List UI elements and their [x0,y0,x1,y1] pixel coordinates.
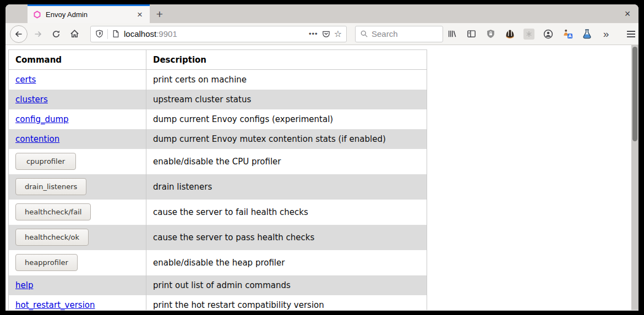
command-table: Command Description certsprint certs on … [8,49,427,310]
envoy-admin-page: Command Description certsprint certs on … [6,45,631,310]
command-button[interactable]: cpuprofiler [15,153,76,170]
badger-icon [505,29,515,39]
library-button[interactable] [446,28,458,40]
url-host: localhost [124,29,156,38]
column-header-description: Description [146,50,427,70]
shield-lock-icon [486,29,495,38]
table-row: heapprofilerenable/disable the heap prof… [9,250,427,275]
shield-lock-extension-button[interactable] [484,28,496,40]
table-row: cpuprofilerenable/disable the CPU profil… [9,149,427,174]
command-cell: cpuprofiler [9,149,146,174]
url-bar[interactable]: localhost:9901 ••• ☆ [90,26,347,42]
svg-text:A: A [568,34,571,38]
command-link[interactable]: certs [15,75,36,85]
sidebar-icon [467,29,476,38]
description-cell: cause the server to fail health checks [146,200,427,225]
screenshot-root: { "browser": { "tab": { "title": "Envoy … [0,0,644,315]
command-cell: help [9,275,146,295]
description-cell: upstream cluster status [146,90,427,109]
search-bar[interactable] [355,26,443,42]
disabled-extension-icon [523,29,534,40]
table-row: healthcheck/failcause the server to fail… [9,200,427,225]
navigation-toolbar: localhost:9901 ••• ☆ [6,23,638,45]
flask-extension-button[interactable] [581,28,593,40]
command-button[interactable]: heapprofiler [15,254,78,271]
library-icon [447,29,457,38]
tab-strip-fill [170,4,616,23]
back-arrow-icon [14,30,23,38]
account-icon [543,29,553,39]
column-header-command: Command [9,50,146,70]
tracking-protection-shield-icon[interactable] [95,30,103,38]
translate-icon: A [563,29,573,39]
bookmark-star-icon[interactable]: ☆ [334,29,342,39]
command-cell: clusters [9,90,146,109]
pocket-icon[interactable] [322,30,330,38]
command-cell: drain_listeners [9,174,146,200]
command-cell: certs [9,70,146,90]
tab-title: Envoy Admin [46,10,130,19]
description-cell: print certs on machine [146,70,427,90]
command-link[interactable]: contention [15,134,59,144]
description-cell: print out list of admin commands [146,275,427,295]
table-row: contentiondump current Envoy mutex conte… [9,129,427,149]
home-button[interactable] [67,26,82,42]
menu-button[interactable] [627,26,635,42]
new-tab-button[interactable]: + [150,4,170,23]
forward-arrow-icon [34,30,42,38]
command-button[interactable]: healthcheck/fail [15,203,91,220]
search-icon [360,30,368,38]
search-input[interactable] [372,29,438,38]
translate-extension-button[interactable]: A [561,28,574,40]
forward-button[interactable] [30,26,46,42]
description-cell: dump current Envoy mutex contention stat… [146,129,427,149]
command-link[interactable]: clusters [15,95,48,104]
account-button[interactable] [542,28,554,40]
description-cell: drain listeners [146,174,427,200]
tab-envoy-admin[interactable]: Envoy Admin × [28,4,150,23]
table-header-row: Command Description [9,50,427,70]
command-cell: contention [9,129,146,149]
description-cell: dump current Envoy configs (experimental… [146,109,427,129]
vertical-scrollbar[interactable] [631,45,638,310]
table-row: config_dumpdump current Envoy configs (e… [9,109,427,129]
page-actions-icon[interactable]: ••• [309,30,318,38]
table-row: healthcheck/okcause the server to pass h… [9,225,427,250]
urlbar-separator [107,29,108,39]
description-cell: print the hot restart compatibility vers… [146,295,427,311]
table-row: hot_restart_versionprint the hot restart… [9,295,427,311]
back-button[interactable] [10,25,28,43]
command-cell: hot_restart_version [9,295,146,311]
tab-strip-spacer [6,4,28,23]
table-row: drain_listenersdrain listeners [9,174,427,200]
disabled-extension-button[interactable] [523,28,535,40]
table-row: helpprint out list of admin commands [9,275,427,295]
page-info-icon[interactable] [112,30,120,38]
overflow-chevron-icon: » [603,29,609,39]
command-table-body: certsprint certs on machineclustersupstr… [9,70,427,311]
browser-window: Envoy Admin × + × localhost:9901 [6,4,638,311]
scrollbar-thumb[interactable] [632,47,637,141]
command-button[interactable]: drain_listeners [15,178,86,195]
command-link[interactable]: help [15,280,33,290]
command-cell: config_dump [9,109,146,129]
command-button[interactable]: healthcheck/ok [15,229,89,246]
table-row: certsprint certs on machine [9,70,427,90]
envoy-favicon-icon [33,10,41,19]
description-cell: cause the server to pass health checks [146,225,427,250]
description-cell: enable/disable the heap profiler [146,250,427,275]
command-link[interactable]: hot_restart_version [15,300,95,310]
window-close-button[interactable]: × [616,4,638,23]
overflow-menu-button[interactable]: » [600,28,612,40]
url-text[interactable]: localhost:9901 [124,29,305,38]
privacy-badger-extension-button[interactable] [504,28,516,40]
home-icon [70,29,79,38]
command-link[interactable]: config_dump [15,114,69,124]
page-content: Command Description certsprint certs on … [6,45,638,310]
sidebar-button[interactable] [465,28,477,40]
tab-strip: Envoy Admin × + × [6,4,638,23]
reload-button[interactable] [48,26,64,42]
description-cell: enable/disable the CPU profiler [146,149,427,174]
command-cell: heapprofiler [9,250,146,275]
tab-close-icon[interactable]: × [134,9,145,20]
